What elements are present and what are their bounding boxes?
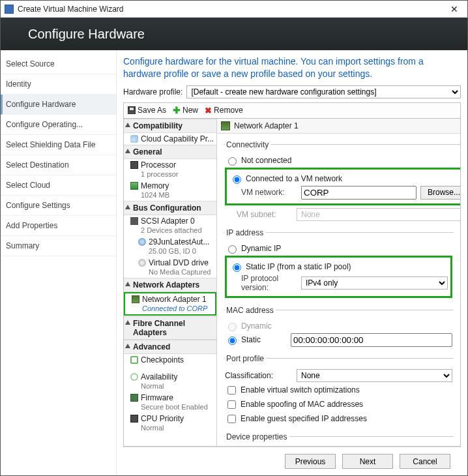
browse-button[interactable]: Browse... (420, 186, 460, 200)
hardware-tree: Compatibility Cloud Capability Pr... Gen… (124, 119, 217, 446)
dvd-icon (138, 259, 146, 267)
previous-button[interactable]: Previous (285, 454, 336, 469)
tree-dvd[interactable]: Virtual DVD drive (124, 257, 216, 269)
tree-availability[interactable]: Availability (124, 371, 216, 383)
next-button[interactable]: Next (342, 454, 393, 469)
device-legend: Device properties (225, 432, 289, 441)
wizard-steps: Select Source Identity Configure Hardwar… (1, 50, 117, 475)
cpu-priority-icon (130, 415, 138, 423)
cancel-button[interactable]: Cancel (400, 454, 450, 469)
radio-dynamic-ip[interactable]: Dynamic IP (225, 243, 281, 254)
mac-address-field[interactable] (291, 333, 452, 347)
availability-icon (130, 373, 138, 381)
new-button[interactable]: ✚ New (173, 105, 198, 115)
ip-group: IP address Dynamic IP Static IP (from a … (224, 228, 454, 302)
radio-not-connected[interactable]: Not connected (225, 155, 291, 166)
close-icon[interactable]: ✕ (445, 4, 463, 14)
step-select-source[interactable]: Select Source (1, 54, 116, 74)
tree-hdr-bus[interactable]: Bus Configuration (124, 201, 216, 215)
tree-nic[interactable]: Network Adapter 1 (125, 293, 215, 305)
save-as-button[interactable]: Save As (128, 106, 166, 115)
tree-checkpoints[interactable]: Checkpoints (124, 354, 216, 366)
step-configure-settings[interactable]: Configure Settings (1, 196, 116, 216)
tree-hdr-network[interactable]: Network Adapters (124, 278, 216, 292)
radio-mac-static[interactable]: Static (225, 335, 261, 345)
save-icon (128, 106, 136, 114)
step-configure-hardware[interactable]: Configure Hardware (1, 95, 116, 115)
vm-network-field[interactable] (301, 186, 417, 200)
scsi-icon (130, 217, 138, 225)
vm-subnet-label: VM subnet: (225, 210, 293, 219)
ip-proto-label: IP protocol version: (229, 274, 297, 292)
hardware-detail: Network Adapter 1 Connectivity Not conne… (217, 119, 460, 446)
step-configure-os[interactable]: Configure Operating... (1, 115, 116, 135)
window-title: Create Virtual Machine Wizard (18, 5, 124, 14)
banner-title: Configure Hardware (28, 27, 145, 42)
checkpoints-icon (130, 356, 138, 364)
step-add-properties[interactable]: Add Properties (1, 216, 116, 236)
step-summary[interactable]: Summary (1, 236, 116, 256)
wizard-body: Select Source Identity Configure Hardwar… (1, 50, 467, 475)
firmware-icon (130, 394, 138, 402)
tree-scsi[interactable]: SCSI Adapter 0 (124, 215, 216, 227)
cloud-icon (130, 135, 138, 143)
step-shielding-data[interactable]: Select Shielding Data File (1, 135, 116, 155)
tree-hdr-fc[interactable]: Fibre Channel Adapters (124, 316, 216, 340)
tree-scsi-sub: 2 Devices attached (124, 226, 216, 235)
highlight-static-ip: Static IP (from a static IP pool) IP pro… (225, 256, 452, 298)
tree-hdr-compatibility[interactable]: Compatibility (124, 119, 216, 133)
port-legend: Port profile (225, 354, 267, 363)
remove-button[interactable]: ✖ Remove (205, 106, 243, 115)
nic-icon (221, 121, 230, 130)
tree-cpu-priority[interactable]: CPU Priority (124, 413, 216, 424)
tree-nic-selection: Network Adapter 1 Connected to CORP (124, 292, 216, 316)
highlight-vmnetwork: Connected to a VM network VM network: Br… (225, 168, 460, 205)
tree-nic-sub: Connected to CORP (125, 305, 215, 313)
intro-text: Configure hardware for the virtual machi… (123, 55, 461, 80)
chk-guest-ip[interactable]: Enable guest specified IP addresses (225, 413, 367, 425)
tree-firmware-sub: Secure boot Enabled (124, 403, 216, 411)
tree-cpu-priority-sub: Normal (124, 424, 216, 432)
radio-connected[interactable]: Connected to a VM network (229, 173, 342, 184)
plus-icon: ✚ (173, 105, 181, 115)
detail-title: Network Adapter 1 (217, 119, 460, 134)
remove-icon: ✖ (205, 106, 212, 115)
main-pane: Configure hardware for the virtual machi… (117, 50, 467, 475)
hardware-panes: Compatibility Cloud Capability Pr... Gen… (123, 118, 461, 447)
tree-firmware[interactable]: Firmware (124, 392, 216, 404)
nic-icon (132, 295, 139, 303)
ip-proto-select[interactable]: IPv4 only (301, 276, 448, 290)
tree-cloud-capability[interactable]: Cloud Capability Pr... (124, 133, 216, 145)
tree-disk[interactable]: 29JunLatestAut... (124, 236, 216, 248)
detail-body: Connectivity Not connected Connected to … (217, 134, 460, 446)
tree-memory[interactable]: Memory (124, 180, 216, 192)
step-identity[interactable]: Identity (1, 74, 116, 95)
titlebar: Create Virtual Machine Wizard ✕ (1, 1, 467, 18)
step-select-cloud[interactable]: Select Cloud (1, 175, 116, 196)
hardware-profile-label: Hardware profile: (123, 87, 183, 97)
chk-mac-spoof[interactable]: Enable spoofing of MAC addresses (225, 398, 363, 411)
tree-dvd-sub: No Media Captured (124, 268, 216, 276)
connectivity-group: Connectivity Not connected Connected to … (224, 140, 460, 224)
mac-legend: MAC address (225, 306, 276, 315)
tree-processor[interactable]: Processor (124, 159, 216, 171)
vm-network-label: VM network: (229, 188, 297, 197)
tree-processor-sub: 1 processor (124, 170, 216, 179)
tree-hdr-advanced[interactable]: Advanced (124, 340, 216, 354)
chk-vswitch-opt[interactable]: Enable virtual switch optimizations (225, 384, 360, 396)
disk-icon (138, 238, 146, 246)
hardware-toolbar: Save As ✚ New ✖ Remove (123, 102, 461, 118)
radio-static-ip[interactable]: Static IP (from a static IP pool) (229, 261, 351, 272)
mac-group: MAC address Dynamic Static (224, 306, 454, 350)
tree-hdr-general[interactable]: General (124, 145, 216, 159)
hardware-profile-select[interactable]: [Default - create new hardware configura… (186, 85, 461, 98)
classification-select[interactable]: None (297, 369, 452, 382)
step-select-destination[interactable]: Select Destination (1, 155, 116, 175)
memory-icon (130, 182, 138, 190)
page-banner: Configure Hardware (1, 18, 467, 50)
device-group: Device properties Do not set adapter nam… (224, 432, 454, 446)
ip-legend: IP address (225, 228, 266, 237)
connectivity-legend: Connectivity (225, 140, 271, 149)
tree-disk-sub: 25.00 GB, ID 0 (124, 247, 216, 256)
tree-memory-sub: 1024 MB (124, 191, 216, 200)
